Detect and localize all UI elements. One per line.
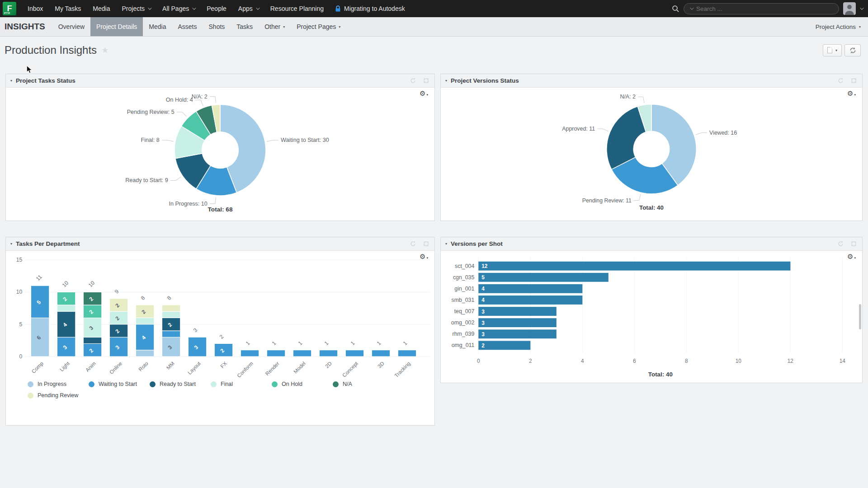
collapse-toggle-icon[interactable]: ▾ (10, 79, 12, 83)
legend-item-in-progress[interactable]: In Progress (28, 381, 89, 387)
bar-segment-waiting-to-start[interactable] (398, 350, 416, 357)
panel-expand-icon[interactable] (851, 241, 857, 247)
nav-item-inbox[interactable]: Inbox (22, 0, 49, 17)
refresh-page-button[interactable] (844, 44, 861, 56)
tab-project-details[interactable]: Project Details (90, 17, 143, 36)
bar-sct-004[interactable] (478, 262, 790, 271)
user-menu-chevron-icon[interactable] (860, 6, 863, 9)
chart-settings-button[interactable]: ⚙▾ (847, 253, 856, 260)
chart-settings-button[interactable]: ⚙▾ (420, 90, 428, 97)
bar-segment-in-progress[interactable] (136, 350, 154, 357)
chevron-down-icon[interactable] (690, 6, 693, 9)
tab-assets[interactable]: Assets (172, 17, 203, 36)
chart-settings-button[interactable]: ⚙▾ (420, 253, 428, 260)
project-actions-button[interactable]: Project Actions ▾ (816, 23, 868, 30)
panel-project-tasks-status: ▾ Project Tasks Status ⚙▾ Waiting to Sta… (5, 74, 435, 221)
current-project-badge[interactable]: Migrating to Autodesk (330, 5, 410, 12)
nav-item-apps[interactable]: Apps (232, 0, 264, 17)
panel-expand-icon[interactable] (423, 78, 429, 84)
export-button[interactable]: ▾ (823, 44, 842, 56)
collapse-toggle-icon[interactable]: ▾ (445, 242, 447, 246)
panel-refresh-icon[interactable] (410, 78, 416, 84)
bar-total: 9 (113, 288, 120, 295)
bar-omg-011[interactable] (478, 341, 530, 350)
bar-total: 8 (166, 295, 173, 301)
search-icon[interactable] (672, 5, 679, 13)
x-axis-category: 2D (324, 361, 333, 369)
legend-item-ready-to-start[interactable]: Ready to Start (150, 381, 211, 387)
chevron-down-icon (256, 6, 259, 9)
legend-swatch (89, 381, 94, 387)
app-logo[interactable]: F PTR (3, 2, 16, 15)
user-avatar[interactable] (843, 2, 856, 15)
nav-item-all-pages[interactable]: All Pages (156, 0, 201, 17)
chart-settings-button[interactable]: ⚙▾ (847, 90, 856, 97)
bar-omg-002[interactable] (478, 318, 557, 327)
collapse-toggle-icon[interactable]: ▾ (10, 242, 12, 246)
collapse-toggle-icon[interactable]: ▾ (445, 79, 447, 83)
bar-segment-final[interactable] (136, 318, 154, 324)
x-axis-tick: 12 (788, 358, 793, 364)
slice-label: On Hold: 4 (166, 97, 193, 103)
tab-tasks[interactable]: Tasks (231, 17, 259, 36)
tab-project-pages[interactable]: Project Pages▾ (291, 17, 346, 36)
panel-refresh-icon[interactable] (410, 241, 416, 247)
legend-item-on-hold[interactable]: On Hold (272, 381, 333, 387)
favorite-star-icon[interactable]: ★ (101, 45, 108, 55)
bar-gin-001[interactable] (478, 284, 582, 293)
bar-segment-waiting-to-start[interactable] (293, 350, 311, 357)
bar-rhm-039[interactable] (478, 329, 557, 338)
bar-segment-waiting-to-start[interactable] (319, 350, 337, 357)
chart-total: Total: 40 (648, 371, 673, 378)
nav-item-my-tasks[interactable]: My Tasks (49, 0, 87, 17)
label-leader-line (638, 97, 644, 103)
bar-value: 2 (481, 343, 485, 349)
legend-item-pending-review[interactable]: Pending Review (28, 392, 89, 399)
search-input-container[interactable] (684, 3, 839, 14)
gear-icon: ⚙ (847, 253, 853, 260)
search-input[interactable] (696, 5, 833, 12)
label-leader-line (170, 177, 181, 180)
panel-tasks-per-department: ▾ Tasks Per Department ⚙▾ 0510156511Comp… (5, 237, 435, 426)
panel-refresh-icon[interactable] (838, 241, 844, 247)
logo-sub: PTR (4, 12, 10, 14)
x-axis-tick: 2 (529, 358, 532, 364)
bar-segment-waiting-to-start[interactable] (162, 331, 180, 337)
bar-segment-final[interactable] (57, 305, 75, 311)
slice-label: Approved: 11 (562, 126, 595, 132)
bar-segment-waiting-to-start[interactable] (372, 350, 390, 357)
bar-total: 10 (87, 280, 96, 289)
bar-value: 4 (481, 286, 485, 292)
panel-expand-icon[interactable] (851, 78, 857, 84)
tab-media[interactable]: Media (143, 17, 172, 36)
label-leader-line (634, 194, 641, 200)
tab-other[interactable]: Other▾ (259, 17, 291, 36)
bar-total: 1 (402, 340, 409, 347)
bar-smb-031[interactable] (478, 296, 582, 305)
panel-expand-icon[interactable] (423, 241, 429, 247)
nav-item-people[interactable]: People (201, 0, 232, 17)
donut-slice-approved[interactable] (607, 107, 646, 169)
nav-item-resource-planning[interactable]: Resource Planning (264, 0, 330, 17)
x-axis-category: Tracking (393, 361, 411, 377)
bar-segment-waiting-to-start[interactable] (241, 350, 259, 357)
legend-item-waiting-to-start[interactable]: Waiting to Start (89, 381, 150, 387)
legend-item-n-a[interactable]: N/A (333, 381, 394, 387)
bar-segment-final[interactable] (162, 311, 180, 318)
bar-segment-waiting-to-start[interactable] (267, 350, 285, 357)
bar-segment-pending-review[interactable] (162, 305, 180, 311)
bar-segment-waiting-to-start[interactable] (345, 350, 363, 357)
caret-down-icon: ▾ (426, 256, 428, 260)
nav-item-projects[interactable]: Projects (116, 0, 156, 17)
bar-teq-007[interactable] (478, 307, 557, 316)
panel-refresh-icon[interactable] (838, 78, 844, 84)
legend-item-final[interactable]: Final (211, 381, 272, 387)
nav-item-media[interactable]: Media (87, 0, 116, 17)
tab-overview[interactable]: Overview (52, 17, 90, 36)
bar-total: 1 (271, 340, 278, 347)
bar-segment-ready-to-start[interactable] (83, 337, 101, 343)
bar-cgn-035[interactable] (478, 273, 609, 282)
panel-scrollbar[interactable] (859, 304, 861, 329)
tab-shots[interactable]: Shots (203, 17, 231, 36)
x-axis-category: Concept (341, 360, 359, 377)
